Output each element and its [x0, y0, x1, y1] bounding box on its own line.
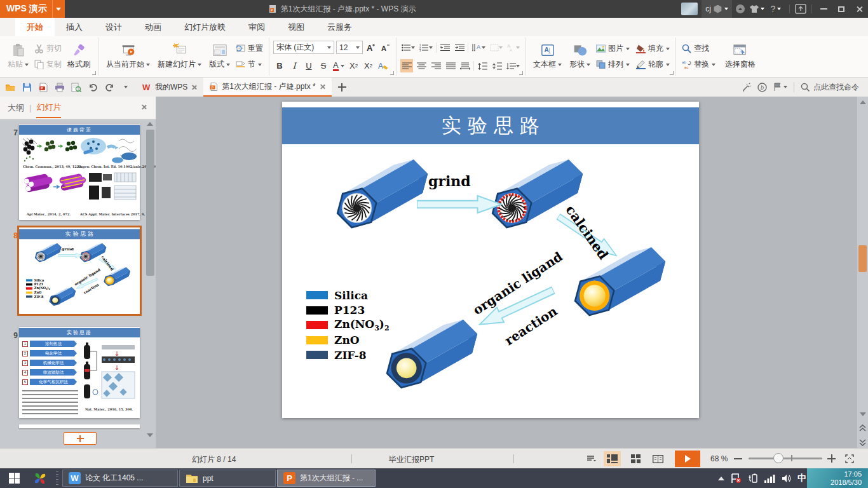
italic-button[interactable]: I — [288, 59, 301, 72]
tab-design[interactable]: 设计 — [94, 18, 133, 36]
normal-view-button[interactable] — [604, 451, 621, 466]
close-icon[interactable] — [191, 85, 197, 90]
format-painter-button[interactable]: 格式刷 — [64, 38, 94, 75]
vertical-scrollbar[interactable] — [857, 97, 868, 448]
flag-menu[interactable] — [773, 83, 787, 92]
slideshow-play-button[interactable] — [675, 451, 700, 467]
start-button[interactable] — [0, 468, 28, 488]
tab-insert[interactable]: 插入 — [55, 18, 94, 36]
selection-pane-button[interactable]: 选择窗格 — [721, 38, 759, 75]
tab-view[interactable]: 视图 — [276, 18, 316, 36]
line-spacing-decrease-button[interactable] — [491, 59, 503, 72]
scroll-up-button[interactable] — [857, 97, 868, 108]
line-spacing-increase-button[interactable] — [476, 59, 489, 72]
slide-sorter-button[interactable] — [628, 451, 644, 466]
export-pdf-button[interactable]: P — [36, 79, 51, 95]
zoom-out-button[interactable] — [734, 454, 742, 463]
tab-animation[interactable]: 动画 — [133, 18, 173, 36]
outline-tab[interactable]: 大纲 — [8, 102, 24, 114]
close-button[interactable] — [850, 0, 868, 18]
tab-my-wps[interactable]: W 我的WPS — [136, 78, 203, 97]
bullets-button[interactable] — [400, 41, 416, 54]
add-slide-button[interactable] — [64, 432, 97, 445]
increase-indent-button[interactable] — [453, 41, 466, 54]
previous-slide-button[interactable] — [857, 423, 868, 434]
wps-menu-button[interactable]: WPS 演示 — [0, 0, 52, 18]
new-document-tab-button[interactable] — [338, 83, 346, 92]
superscript-button[interactable]: X2 — [348, 59, 360, 72]
slide-layout-button[interactable]: 版式 — [205, 38, 234, 75]
zoom-slider-knob[interactable] — [773, 453, 783, 463]
print-preview-button[interactable] — [69, 79, 84, 95]
clear-format-button[interactable]: A — [377, 59, 390, 72]
align-right-button[interactable] — [430, 59, 442, 72]
power-battery-icon[interactable] — [748, 473, 758, 484]
decrease-indent-button[interactable] — [438, 41, 451, 54]
slide-editor[interactable]: 实验思路 grind calci — [282, 102, 699, 418]
strikethrough-button[interactable]: S — [317, 59, 330, 72]
find-button[interactable]: 查找 — [680, 42, 717, 55]
close-icon[interactable] — [320, 84, 325, 90]
underline-button[interactable]: U — [302, 59, 315, 72]
decrease-font-button[interactable]: A — [379, 41, 392, 54]
save-button[interactable] — [19, 79, 34, 95]
open-button[interactable] — [3, 79, 18, 95]
dialog-launcher[interactable] — [519, 71, 523, 75]
fit-to-window-button[interactable] — [845, 454, 854, 463]
slide-10-thumbnail-partial[interactable] — [19, 424, 140, 428]
font-size-select[interactable]: 12 — [336, 41, 363, 54]
dialog-launcher[interactable] — [92, 71, 96, 75]
tube-zif8[interactable] — [47, 287, 76, 306]
sogou-input-button[interactable] — [28, 468, 52, 488]
tray-expand-icon[interactable] — [718, 477, 724, 480]
scroll-up-icon[interactable] — [147, 122, 153, 126]
print-button[interactable] — [52, 79, 67, 95]
sidebar-scrollbar[interactable] — [146, 121, 154, 438]
taskbar-grip[interactable] — [56, 471, 58, 485]
slide-8-thumbnail-selected[interactable]: 实验思路 grind calci — [17, 226, 142, 316]
scroll-down-icon[interactable] — [147, 433, 153, 437]
notes-toggle-button[interactable] — [583, 451, 600, 466]
slide-title-bar[interactable]: 实验思路 — [282, 107, 699, 144]
command-search[interactable]: 点此查找命令 — [801, 82, 859, 93]
textbox-button[interactable]: A 文本框 — [529, 38, 566, 75]
close-panel-icon[interactable] — [141, 104, 148, 111]
redo-button[interactable] — [102, 79, 117, 95]
align-center-button[interactable] — [415, 59, 428, 72]
task-wps-presentation[interactable]: P 第1次大组汇报 - ... — [277, 470, 376, 487]
reading-view-button[interactable] — [649, 451, 667, 466]
scroll-thumb[interactable] — [858, 245, 867, 272]
outline-button[interactable]: 轮廓 — [634, 58, 672, 71]
zoom-slider-track[interactable] — [749, 458, 822, 459]
undo-button[interactable] — [85, 79, 100, 95]
new-slide-button[interactable]: 新建幻灯片 — [154, 38, 205, 75]
wps-menu-caret[interactable] — [52, 0, 65, 18]
docer-icon[interactable]: b — [757, 83, 767, 92]
reset-button[interactable]: 重置 — [234, 42, 265, 55]
play-from-current-button[interactable]: 从当前开始 — [102, 38, 154, 75]
qat-customize-button[interactable] — [118, 79, 133, 95]
columns-button[interactable] — [489, 41, 504, 54]
tab-cloud[interactable]: 云服务 — [316, 18, 363, 36]
skin-preview-thumbnail[interactable] — [681, 3, 698, 15]
help-button[interactable]: ? — [765, 0, 787, 18]
zoom-percent[interactable]: 68 % — [710, 454, 728, 463]
document-tag[interactable]: 毕业汇报PPT — [389, 454, 434, 465]
next-slide-button[interactable] — [857, 437, 868, 448]
tab-slideshow[interactable]: 幻灯片放映 — [173, 18, 237, 36]
paragraph-spacing-button[interactable] — [505, 59, 521, 72]
copy-button[interactable]: 复制 — [32, 58, 64, 71]
cut-button[interactable]: 剪切 — [32, 42, 64, 55]
text-direction-button[interactable]: A — [470, 41, 487, 54]
dialog-launcher[interactable] — [670, 71, 674, 75]
shapes-button[interactable]: 形状 — [566, 38, 594, 75]
paste-button[interactable]: 粘贴 — [4, 38, 32, 75]
bold-button[interactable]: B — [273, 59, 286, 72]
task-word-document[interactable]: W 论文 化工1405 ... — [62, 470, 178, 487]
picture-button[interactable]: 图片 — [594, 42, 632, 55]
tube-zif8[interactable] — [377, 319, 479, 390]
tab-review[interactable]: 审阅 — [237, 18, 276, 36]
dialog-launcher[interactable] — [390, 71, 394, 75]
maximize-button[interactable] — [832, 0, 850, 18]
font-color-button[interactable]: A — [332, 59, 346, 72]
